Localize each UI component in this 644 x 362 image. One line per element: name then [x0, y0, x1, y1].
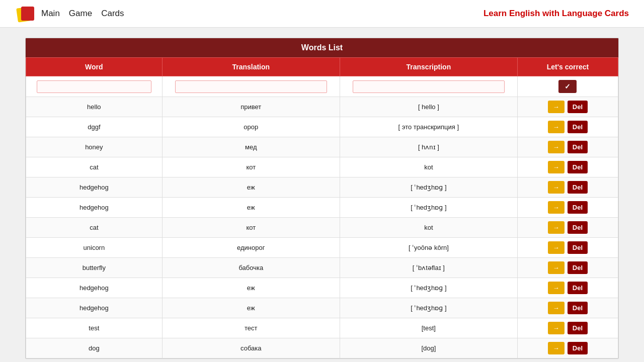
words-table: Word Translation Transcription Let's cor… [26, 57, 618, 358]
cell-transcription: [ ˈhedʒhɒɡ ] [340, 278, 517, 298]
edit-button[interactable]: → [548, 121, 565, 133]
table-row: dggfopop[ это транскрипция ]→Del [26, 117, 618, 137]
cell-action: →Del [517, 338, 618, 358]
logo-icon [15, 5, 36, 23]
cell-translation: кот [162, 157, 340, 177]
cell-action: →Del [517, 238, 618, 258]
cell-action: →Del [517, 137, 618, 157]
edit-button[interactable]: → [548, 322, 565, 334]
cell-transcription: kot [340, 218, 517, 238]
row-actions: →Del [522, 161, 614, 173]
cell-translation: мед [162, 137, 340, 157]
word-input[interactable] [37, 80, 151, 93]
cell-transcription: [ это транскрипция ] [340, 117, 517, 137]
delete-button[interactable]: Del [568, 241, 588, 254]
cell-translation: еж [162, 177, 340, 198]
delete-button[interactable]: Del [568, 322, 588, 334]
cell-word: honey [26, 137, 163, 157]
col-header-transcription: Transcription [340, 58, 517, 76]
nav-cards[interactable]: Cards [101, 9, 124, 19]
delete-button[interactable]: Del [568, 181, 588, 194]
delete-button[interactable]: Del [568, 141, 588, 153]
row-actions: →Del [522, 282, 614, 294]
table-row: honeyмед[ hʌnɪ ]→Del [26, 137, 618, 157]
row-actions: →Del [522, 201, 614, 214]
row-actions: →Del [522, 302, 614, 314]
nav-game[interactable]: Game [69, 9, 92, 19]
cell-transcription: [ hello ] [340, 97, 517, 117]
edit-button[interactable]: → [548, 181, 565, 194]
edit-button[interactable]: → [548, 161, 565, 173]
input-cell-word [26, 76, 163, 97]
cell-word: hello [26, 97, 163, 117]
input-action-cell: ✓ [517, 76, 618, 97]
table-header-row: Word Translation Transcription Let's cor… [26, 58, 618, 76]
edit-button[interactable]: → [548, 302, 565, 314]
cell-word: butterfly [26, 258, 163, 278]
edit-button[interactable]: → [548, 282, 565, 294]
row-actions: →Del [522, 141, 614, 153]
table-row: catкотkot→Del [26, 218, 618, 238]
col-header-word: Word [26, 58, 163, 76]
edit-button[interactable]: → [548, 141, 565, 153]
cell-action: →Del [517, 177, 618, 198]
cell-action: →Del [517, 97, 618, 117]
cell-word: hedgehog [26, 177, 163, 198]
edit-button[interactable]: → [548, 101, 565, 113]
edit-button[interactable]: → [548, 261, 565, 274]
transcription-input[interactable] [353, 80, 505, 93]
cell-translation: привет [162, 97, 340, 117]
row-actions: →Del [522, 181, 614, 194]
delete-button[interactable]: Del [568, 201, 588, 214]
input-row: ✓ [26, 76, 618, 97]
cell-word: test [26, 318, 163, 338]
cell-word: dggf [26, 117, 163, 137]
cell-word: hedgehog [26, 278, 163, 298]
cell-translation: еж [162, 198, 340, 218]
delete-button[interactable]: Del [568, 101, 588, 113]
tagline-text: Learn English with [484, 9, 562, 18]
cell-action: →Del [517, 218, 618, 238]
table-row: butterflyбабочка[ ˈbʌtəflaɪ ]→Del [26, 258, 618, 278]
cell-action: →Del [517, 318, 618, 338]
confirm-button[interactable]: ✓ [558, 80, 577, 93]
delete-button[interactable]: Del [568, 282, 588, 294]
main-content: Words List Word Translation Transcriptio… [0, 28, 644, 362]
cell-translation: единорог [162, 238, 340, 258]
table-row: testтест[test]→Del [26, 318, 618, 338]
delete-button[interactable]: Del [568, 261, 588, 274]
navbar: Main Game Cards Learn English with Langu… [0, 0, 644, 28]
cell-translation: еж [162, 278, 340, 298]
table-row: hedgehogеж[ ˈhedʒhɒɡ ]→Del [26, 278, 618, 298]
cell-transcription: [ ˈhedʒhɒɡ ] [340, 198, 517, 218]
navbar-left: Main Game Cards [15, 5, 124, 23]
cell-action: →Del [517, 117, 618, 137]
cell-transcription: [test] [340, 318, 517, 338]
cell-action: →Del [517, 258, 618, 278]
cell-word: cat [26, 157, 163, 177]
edit-button[interactable]: → [548, 201, 565, 214]
edit-button[interactable]: → [548, 342, 565, 354]
cell-transcription: [ ˈbʌtəflaɪ ] [340, 258, 517, 278]
brand-text: Language Cards [562, 9, 629, 18]
cell-transcription: [ ˈhedʒhɒɡ ] [340, 298, 517, 318]
edit-button[interactable]: → [548, 221, 565, 234]
delete-button[interactable]: Del [568, 342, 588, 354]
table-row: catкотkot→Del [26, 157, 618, 177]
edit-button[interactable]: → [548, 241, 565, 254]
cell-transcription: [ ˈhedʒhɒɡ ] [340, 177, 517, 198]
table-row: dogсобака[dog]→Del [26, 338, 618, 358]
delete-button[interactable]: Del [568, 121, 588, 133]
translation-input[interactable] [175, 80, 327, 93]
col-header-translation: Translation [162, 58, 340, 76]
cell-action: →Del [517, 198, 618, 218]
delete-button[interactable]: Del [568, 302, 588, 314]
delete-button[interactable]: Del [568, 221, 588, 234]
delete-button[interactable]: Del [568, 161, 588, 173]
cell-word: hedgehog [26, 298, 163, 318]
navbar-tagline: Learn English with Language Cards [484, 9, 629, 19]
row-actions: →Del [522, 101, 614, 113]
nav-main[interactable]: Main [41, 9, 60, 19]
cell-translation: opop [162, 117, 340, 137]
cell-translation: бабочка [162, 258, 340, 278]
